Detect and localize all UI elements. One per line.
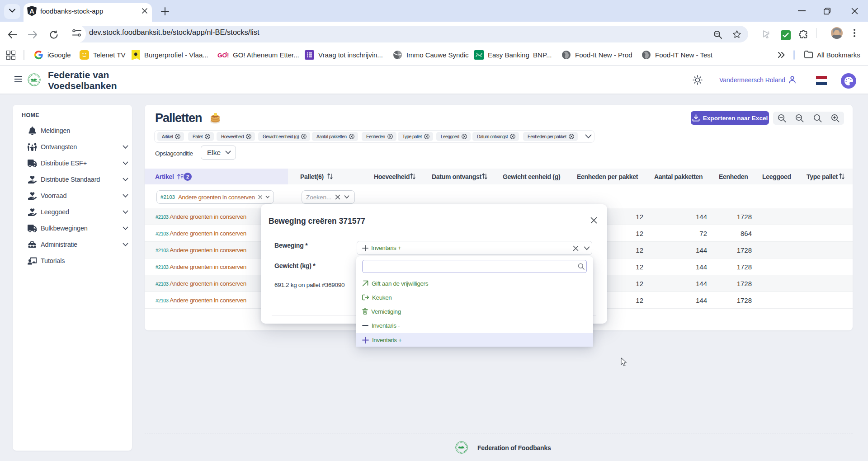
svg-text:A: A: [29, 7, 34, 15]
svg-text:GO!: GO!: [217, 52, 229, 59]
